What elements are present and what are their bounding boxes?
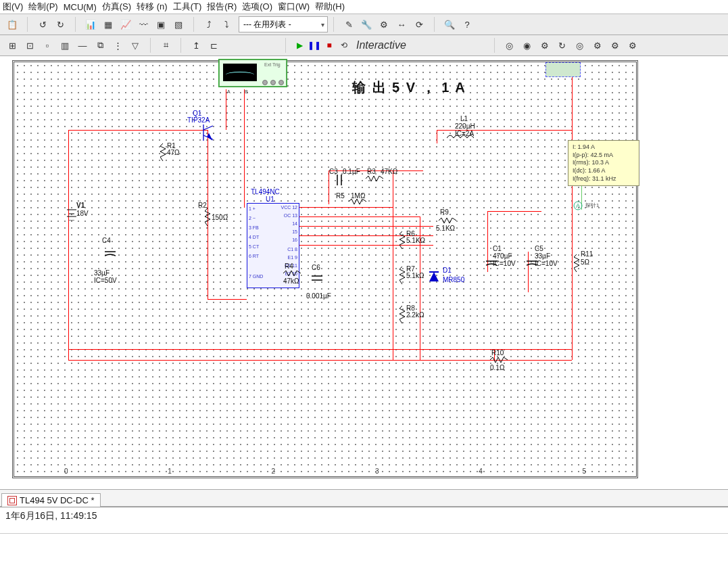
r11-value: 5Ω <box>581 258 589 267</box>
col-3: 3 <box>325 467 429 475</box>
r3-value: 47KΩ <box>381 168 397 176</box>
c1-name: C1 <box>493 245 502 253</box>
menu-tools[interactable]: 工具(T) <box>173 1 202 13</box>
c1-value: 470µF <box>493 252 512 260</box>
inuse-list-dropdown[interactable]: --- 在用列表 - <box>239 16 328 32</box>
swap-icon[interactable]: ↔ <box>393 16 410 32</box>
toolbar-main: 📋 ↺ ↻ 📊 ▦ 📈 〰 ▣ ▧ ⤴ ⤵ --- 在用列表 - ✎ 🔧 ⚙ ↔… <box>0 14 728 35</box>
tab-tl494[interactable]: TL494 5V DC-DC * <box>1 493 101 507</box>
menu-help[interactable]: 帮助(H) <box>315 1 345 13</box>
probe-row-4: I(freq): 31.1 kHz <box>573 175 635 183</box>
component-c3[interactable] <box>335 175 344 185</box>
view-graph-icon[interactable]: 📈 <box>118 16 134 32</box>
sim-play-button[interactable]: ▶ <box>293 39 306 52</box>
grid-icon[interactable]: ⌗ <box>157 37 174 53</box>
component-q1[interactable] <box>198 124 218 143</box>
view-sheet-icon[interactable]: 📊 <box>82 16 99 32</box>
help-icon[interactable]: ? <box>459 16 475 32</box>
sim-opt7-icon[interactable]: ⚙ <box>607 37 623 53</box>
sim-settings-icon[interactable]: ⚙ <box>625 37 641 53</box>
component-c4[interactable] <box>105 249 116 258</box>
q1-value: TIP32A <box>187 116 210 124</box>
hier-down-icon[interactable]: ⤵ <box>218 16 235 32</box>
r7-value: 5.1kΩ <box>406 272 424 280</box>
svg-marker-13 <box>429 272 439 281</box>
rotate-icon[interactable]: ⟳ <box>411 16 427 32</box>
align-icon[interactable]: ↥ <box>188 37 204 53</box>
svg-text:A: A <box>576 202 580 209</box>
menu-draw[interactable]: 绘制(P) <box>28 1 57 13</box>
menu-report[interactable]: 报告(R) <box>207 1 237 13</box>
sim-opt2-icon[interactable]: ◉ <box>519 37 535 53</box>
view-grid-icon[interactable]: ▦ <box>100 16 116 32</box>
component-r11[interactable] <box>574 254 579 272</box>
place-bus-icon[interactable]: ⧉ <box>92 37 108 53</box>
view-wave-icon[interactable]: 〰 <box>135 16 151 32</box>
place-res-icon[interactable]: ▥ <box>57 37 73 53</box>
component-r4[interactable] <box>283 271 301 276</box>
sim-stop-button[interactable]: ■ <box>322 39 336 52</box>
place-net-icon[interactable]: ⋮ <box>110 37 126 53</box>
d1-value: MR850 <box>443 276 464 284</box>
sim-opt1-icon[interactable]: ◎ <box>502 37 518 53</box>
simulation-controls: ▶ ❚❚ ■ ⟲ Interactive <box>291 39 412 52</box>
sim-opt5-icon[interactable]: ◎ <box>572 37 588 53</box>
component-v1[interactable] <box>67 206 76 223</box>
r4-name: R4 <box>285 262 293 271</box>
current-probe-icon[interactable]: A <box>573 201 583 210</box>
component-r2[interactable] <box>205 208 210 226</box>
menu-view[interactable]: 图(V) <box>3 1 23 13</box>
c4-ic: IC=50V <box>94 277 117 285</box>
u1-type: TL494NC <box>251 188 280 196</box>
sim-pause-button[interactable]: ❚❚ <box>308 39 321 52</box>
schematic-sheet[interactable]: 输 出 5 V ， 1 A A B Ext Trig <box>12 60 638 478</box>
c4-value: 33µF <box>94 269 110 277</box>
menu-window[interactable]: 窗口(W) <box>278 1 310 13</box>
component-r6[interactable] <box>399 231 405 249</box>
sim-opt3-icon[interactable]: ⚙ <box>537 37 553 53</box>
sim-opt6-icon[interactable]: ⚙ <box>589 37 606 53</box>
view-tile-icon[interactable]: ▣ <box>153 16 169 32</box>
component-r3[interactable] <box>366 176 383 181</box>
l1-name: L1 <box>460 115 468 123</box>
gear-icon[interactable]: ⚙ <box>376 16 392 32</box>
menu-sim[interactable]: 仿真(S) <box>102 1 131 13</box>
undo-icon[interactable]: ↺ <box>34 16 51 32</box>
menu-trans[interactable]: 转移 (n) <box>137 1 168 13</box>
svg-line-1 <box>203 126 213 130</box>
place-cap-icon[interactable]: ⊡ <box>22 37 38 53</box>
component-r9[interactable] <box>439 218 456 223</box>
component-r1[interactable] <box>160 143 166 161</box>
menu-options[interactable]: 选项(O) <box>242 1 272 13</box>
v1-value: 18V <box>76 210 89 218</box>
place-misc-icon[interactable]: ▫ <box>39 37 55 53</box>
sim-opt4-icon[interactable]: ↻ <box>554 37 571 53</box>
status-datetime: 1年6月16日, 11:49:15 <box>5 510 97 521</box>
output-connector[interactable] <box>545 62 581 77</box>
edit-icon[interactable]: ✎ <box>341 16 357 32</box>
component-d1[interactable] <box>428 271 440 285</box>
wrench-icon[interactable]: 🔧 <box>358 16 374 32</box>
r9-value: 5.1KΩ <box>436 225 455 233</box>
sim-step-button[interactable]: ⟲ <box>337 39 351 52</box>
place-ic-icon[interactable]: ⊞ <box>4 37 20 53</box>
probe-row-0: I: 1.94 A <box>573 143 635 152</box>
group-icon[interactable]: ⊏ <box>205 37 222 53</box>
component-r10[interactable] <box>490 357 508 363</box>
tab-title: TL494 5V DC-DC * <box>20 495 95 505</box>
zoom-icon[interactable]: 🔍 <box>441 16 458 32</box>
c5-ic: IC=10V <box>535 260 558 268</box>
menu-mcu[interactable]: MCU(M) <box>64 2 97 12</box>
component-c6[interactable] <box>312 273 322 283</box>
c5-value: 33µF <box>535 252 550 260</box>
view-misc-icon[interactable]: ▧ <box>170 16 187 32</box>
hier-up-icon[interactable]: ⤴ <box>201 16 217 32</box>
redo-icon[interactable]: ↻ <box>52 16 68 32</box>
paste-icon[interactable]: 📋 <box>4 16 20 32</box>
component-r7[interactable] <box>399 267 405 284</box>
place-gnd-icon[interactable]: ▽ <box>127 37 143 53</box>
schematic-canvas[interactable]: A B C D A B C D 输 出 5 V ， 1 A A B Ext Tr… <box>0 56 728 489</box>
col-1: 1 <box>118 467 221 475</box>
component-r8[interactable] <box>399 306 405 323</box>
place-wire-icon[interactable]: — <box>74 37 91 53</box>
